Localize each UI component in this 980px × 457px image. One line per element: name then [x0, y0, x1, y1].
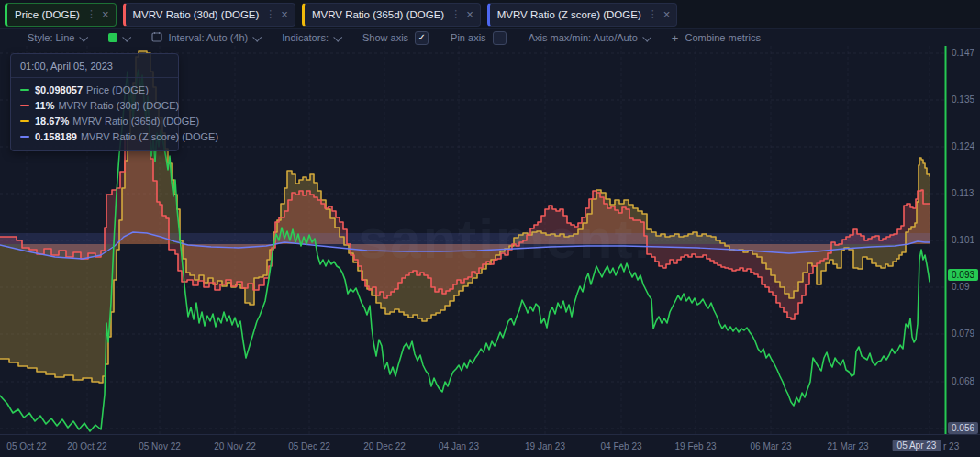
tooltip-label: Price (DOGE)	[86, 84, 149, 96]
tooltip-value: 0.158189	[35, 131, 77, 143]
mvrv365-series-dash-icon	[20, 120, 29, 122]
clipped-date-label: r 23	[943, 441, 959, 451]
axis-min-badge: 0.056	[948, 422, 978, 434]
tooltip-value: 11%	[35, 100, 54, 112]
tooltip-value: $0.098057	[35, 84, 83, 96]
tooltip-timestamp: 01:00, April 05, 2023	[11, 54, 178, 78]
tooltip-row-zscore: 0.158189 MVRV Ratio (Z score) (DOGE)	[20, 131, 169, 143]
santiment-chart-app: Price (DOGE) ⋮ × MVRV Ratio (30d) (DOGE)…	[0, 0, 980, 457]
chart-tooltip: 01:00, April 05, 2023 $0.098057 Price (D…	[10, 53, 179, 151]
tooltip-body: $0.098057 Price (DOGE) 11% MVRV Ratio (3…	[11, 78, 178, 150]
price-series-dash-icon	[20, 89, 29, 91]
tooltip-label: MVRV Ratio (30d) (DOGE)	[58, 100, 179, 112]
tooltip-row-mvrv365: 18.67% MVRV Ratio (365d) (DOGE)	[20, 116, 169, 128]
zscore-series-dash-icon	[20, 136, 29, 138]
last-price-badge: 0.093	[948, 269, 978, 281]
crosshair-date-badge: 05 Apr 23	[893, 440, 941, 451]
mvrv30-series-dash-icon	[20, 105, 29, 106]
tooltip-label: MVRV Ratio (365d) (DOGE)	[72, 116, 199, 128]
tooltip-label: MVRV Ratio (Z score) (DOGE)	[81, 131, 218, 143]
tooltip-row-price: $0.098057 Price (DOGE)	[20, 84, 169, 96]
tooltip-row-mvrv30: 11% MVRV Ratio (30d) (DOGE)	[20, 100, 169, 112]
tooltip-value: 18.67%	[35, 116, 69, 128]
